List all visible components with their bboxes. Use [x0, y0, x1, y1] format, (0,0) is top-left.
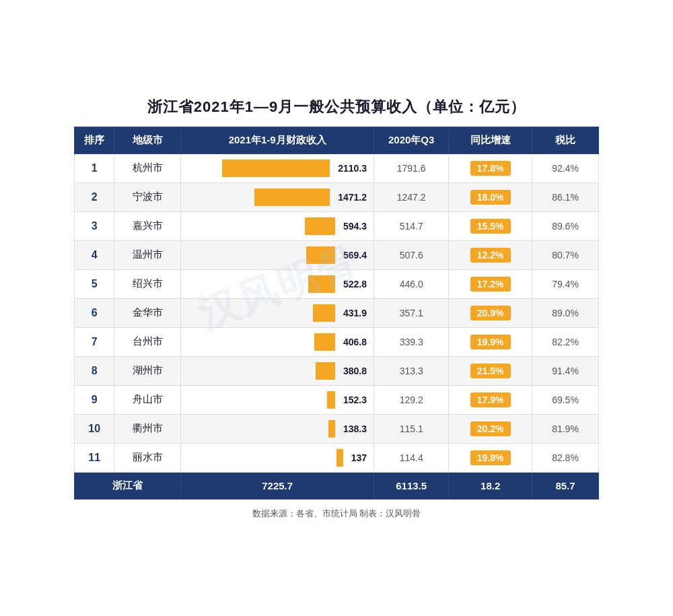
- cell-rank: 7: [75, 327, 114, 356]
- cell-q3: 357.1: [374, 298, 449, 327]
- cell-q3: 1791.6: [374, 153, 449, 182]
- footer-row: 浙江省 7225.7 6113.5 18.2 85.7: [75, 472, 599, 499]
- cell-revenue: 594.3: [181, 211, 374, 240]
- table-row: 5绍兴市 522.8 446.017.2%79.4%: [75, 269, 599, 298]
- cell-tax: 91.4%: [532, 356, 599, 385]
- table-row: 6金华市 431.9 357.120.9%89.0%: [75, 298, 599, 327]
- cell-growth: 17.9%: [449, 385, 532, 414]
- col-revenue: 2021年1-9月财政收入: [181, 127, 374, 153]
- cell-q3: 1247.2: [374, 182, 449, 211]
- col-tax: 税比: [532, 127, 599, 153]
- cell-revenue: 406.8: [181, 327, 374, 356]
- col-rank: 排序: [75, 127, 114, 153]
- cell-growth: 17.2%: [449, 269, 532, 298]
- cell-q3: 446.0: [374, 269, 449, 298]
- cell-tax: 89.0%: [532, 298, 599, 327]
- cell-city: 衢州市: [114, 414, 181, 443]
- cell-q3: 339.3: [374, 327, 449, 356]
- cell-growth: 20.9%: [449, 298, 532, 327]
- cell-q3: 129.2: [374, 385, 449, 414]
- cell-revenue: 2110.3: [181, 153, 374, 182]
- table-row: 4温州市 569.4 507.612.2%80.7%: [75, 240, 599, 269]
- col-city: 地级市: [114, 127, 181, 153]
- cell-revenue: 137: [181, 443, 374, 472]
- cell-q3: 114.4: [374, 443, 449, 472]
- cell-growth: 20.2%: [449, 414, 532, 443]
- cell-city: 湖州市: [114, 356, 181, 385]
- cell-city: 温州市: [114, 240, 181, 269]
- cell-tax: 86.1%: [532, 182, 599, 211]
- table-row: 10衢州市 138.3 115.120.2%81.9%: [75, 414, 599, 443]
- table-row: 7台州市 406.8 339.319.9%82.2%: [75, 327, 599, 356]
- cell-revenue: 152.3: [181, 385, 374, 414]
- cell-growth: 18.0%: [449, 182, 532, 211]
- cell-revenue: 431.9: [181, 298, 374, 327]
- cell-rank: 10: [75, 414, 114, 443]
- cell-revenue: 569.4: [181, 240, 374, 269]
- cell-city: 嘉兴市: [114, 211, 181, 240]
- cell-growth: 12.2%: [449, 240, 532, 269]
- cell-rank: 8: [75, 356, 114, 385]
- cell-revenue: 138.3: [181, 414, 374, 443]
- cell-city: 舟山市: [114, 385, 181, 414]
- footer-revenue: 7225.7: [181, 472, 374, 499]
- cell-rank: 4: [75, 240, 114, 269]
- page-title: 浙江省2021年1—9月一般公共预算收入（单位：亿元）: [74, 97, 599, 117]
- table-row: 3嘉兴市 594.3 514.715.5%89.6%: [75, 211, 599, 240]
- table-row: 8湖州市 380.8 313.321.5%91.4%: [75, 356, 599, 385]
- cell-rank: 1: [75, 153, 114, 182]
- footnote: 数据来源：各省、市统计局 制表：汉风明骨: [74, 508, 599, 520]
- cell-q3: 313.3: [374, 356, 449, 385]
- table-row: 11丽水市 137 114.419.8%82.8%: [75, 443, 599, 472]
- cell-growth: 19.8%: [449, 443, 532, 472]
- cell-city: 杭州市: [114, 153, 181, 182]
- cell-revenue: 522.8: [181, 269, 374, 298]
- table-row: 2宁波市 1471.2 1247.218.0%86.1%: [75, 182, 599, 211]
- cell-growth: 21.5%: [449, 356, 532, 385]
- cell-tax: 80.7%: [532, 240, 599, 269]
- col-q3: 2020年Q3: [374, 127, 449, 153]
- cell-rank: 3: [75, 211, 114, 240]
- cell-tax: 89.6%: [532, 211, 599, 240]
- footer-tax: 85.7: [532, 472, 599, 499]
- cell-city: 宁波市: [114, 182, 181, 211]
- cell-city: 丽水市: [114, 443, 181, 472]
- cell-tax: 79.4%: [532, 269, 599, 298]
- cell-city: 金华市: [114, 298, 181, 327]
- footer-label: 浙江省: [75, 472, 181, 499]
- cell-q3: 514.7: [374, 211, 449, 240]
- cell-rank: 11: [75, 443, 114, 472]
- cell-q3: 507.6: [374, 240, 449, 269]
- cell-city: 台州市: [114, 327, 181, 356]
- table-header: 排序 地级市 2021年1-9月财政收入 2020年Q3 同比增速 税比: [75, 127, 599, 153]
- footer-growth: 18.2: [449, 472, 532, 499]
- cell-rank: 6: [75, 298, 114, 327]
- table-row: 9舟山市 152.3 129.217.9%69.5%: [75, 385, 599, 414]
- cell-revenue: 380.8: [181, 356, 374, 385]
- cell-rank: 2: [75, 182, 114, 211]
- cell-revenue: 1471.2: [181, 182, 374, 211]
- cell-rank: 5: [75, 269, 114, 298]
- table-row: 1杭州市 2110.3 1791.617.8%92.4%: [75, 153, 599, 182]
- cell-q3: 115.1: [374, 414, 449, 443]
- cell-rank: 9: [75, 385, 114, 414]
- cell-tax: 69.5%: [532, 385, 599, 414]
- cell-growth: 15.5%: [449, 211, 532, 240]
- cell-tax: 82.8%: [532, 443, 599, 472]
- cell-city: 绍兴市: [114, 269, 181, 298]
- cell-growth: 19.9%: [449, 327, 532, 356]
- cell-tax: 82.2%: [532, 327, 599, 356]
- cell-growth: 17.8%: [449, 153, 532, 182]
- cell-tax: 81.9%: [532, 414, 599, 443]
- cell-tax: 92.4%: [532, 153, 599, 182]
- col-growth: 同比增速: [449, 127, 532, 153]
- footer-q3: 6113.5: [374, 472, 449, 499]
